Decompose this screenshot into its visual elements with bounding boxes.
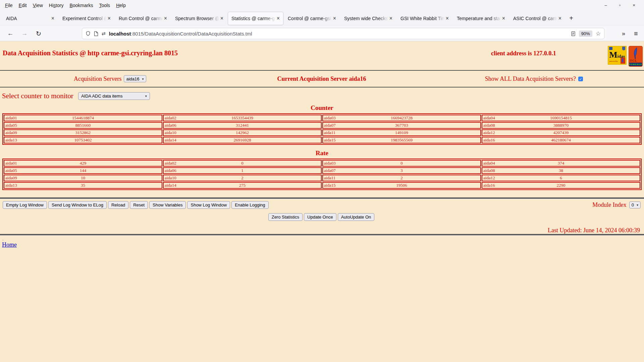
page-content: Data Acquisition Statistics @ http carme… xyxy=(0,41,644,248)
rate-value: 10 xyxy=(81,175,85,180)
home-link[interactable]: Home xyxy=(2,241,17,248)
close-icon[interactable]: × xyxy=(631,3,637,8)
button-autoupdate-on[interactable]: AutoUpdate On xyxy=(338,213,375,221)
counter-heading: Counter xyxy=(0,104,644,112)
counter-cell-aida09: aida093152862 xyxy=(4,129,162,136)
rate-value: 0 xyxy=(400,161,403,166)
rate-cell-aida08: aida0838 xyxy=(482,167,640,174)
menu-item-help[interactable]: Help xyxy=(113,1,129,9)
tab-close-icon[interactable]: × xyxy=(333,16,336,21)
midas-emblem-icon xyxy=(609,47,612,50)
counter-cell-aida10: aida10142962 xyxy=(163,129,322,136)
navigation-toolbar: ← → ↻ ⇄ localhost:8015/DataAcquisitionCo… xyxy=(0,26,644,41)
tab-temperature-and-stat[interactable]: Temperature and stat× xyxy=(453,12,508,25)
show-all-checkbox[interactable]: ✓ xyxy=(578,76,583,81)
menu-item-bookmarks[interactable]: Bookmarks xyxy=(66,1,96,9)
tab-system-wide-checks[interactable]: System wide Checks (× xyxy=(341,12,396,25)
menu-hamburger-icon[interactable]: ≡ xyxy=(634,30,638,38)
menu-item-view[interactable]: View xyxy=(30,1,46,9)
counter-server-name: aida16 xyxy=(483,137,495,143)
tab-run-control-carme[interactable]: Run Control @ carme× xyxy=(115,12,170,25)
button-enable-logging[interactable]: Enable Logging xyxy=(231,201,268,209)
tab-aida[interactable]: AIDA× xyxy=(3,12,58,25)
tab-close-icon[interactable]: × xyxy=(446,16,449,21)
divider xyxy=(0,234,644,236)
tab-control-carme-gsi[interactable]: Control @ carme-gsi× xyxy=(284,12,339,25)
window-controls: – ▫ × xyxy=(603,3,642,8)
tab-close-icon[interactable]: × xyxy=(277,16,280,21)
button-zero-statistics[interactable]: Zero Statistics xyxy=(268,213,303,221)
counter-cell-aida02: aida021653354439 xyxy=(163,115,322,121)
counter-cell-aida04: aida041690154815 xyxy=(482,115,640,121)
back-icon[interactable]: ← xyxy=(7,30,14,37)
tab-close-icon[interactable]: × xyxy=(502,16,505,21)
rate-server-name: aida08 xyxy=(483,168,495,173)
counter-table: aida011544618874aida021653354439aida0316… xyxy=(2,113,642,145)
maximize-icon[interactable]: ▫ xyxy=(617,3,623,8)
overflow-chevron-icon[interactable]: » xyxy=(622,30,625,37)
counter-cell-aida12: aida124207439 xyxy=(482,129,640,136)
tab-close-icon[interactable]: × xyxy=(220,16,223,21)
menu-item-file[interactable]: File xyxy=(2,1,16,9)
midas-logo[interactable]: Midas powered by xyxy=(608,46,627,65)
rate-value: 3 xyxy=(400,168,403,173)
bookmark-star-icon[interactable]: ☆ xyxy=(596,30,601,37)
tcl-logo-text: TCL xyxy=(630,59,637,62)
new-tab-button[interactable]: + xyxy=(566,13,577,24)
shield-icon[interactable] xyxy=(86,31,91,36)
tab-close-icon[interactable]: × xyxy=(558,16,561,21)
tab-spectrum-browser[interactable]: Spectrum Browser @× xyxy=(172,12,227,25)
tab-label: GSI White Rabbit Tim xyxy=(400,16,444,21)
permissions-icon[interactable]: ⇄ xyxy=(102,31,106,36)
tab-close-icon[interactable]: × xyxy=(164,16,167,21)
rate-value: 1 xyxy=(241,168,244,173)
page-header: Data Acquisition Statistics @ http carme… xyxy=(0,41,644,70)
page-title: Data Acquisition Statistics @ http carme… xyxy=(3,49,178,57)
tab-statistics-carme-gs[interactable]: Statistics @ carme-gs× xyxy=(228,12,283,25)
show-all-label: Show ALL Data Acquisition Servers? xyxy=(485,75,576,82)
rate-row: aida0910aida102aida112aida126 xyxy=(4,175,640,181)
counter-server-name: aida10 xyxy=(165,130,176,135)
minimize-icon[interactable]: – xyxy=(603,3,608,8)
rate-value: 275 xyxy=(239,183,246,188)
url-bar[interactable]: ⇄ localhost:8015/DataAcquisitionControl/… xyxy=(82,28,604,39)
button-show-variables[interactable]: Show Variables xyxy=(149,201,186,209)
zoom-level-badge[interactable]: 90% xyxy=(579,31,592,37)
counter-value: 462180674 xyxy=(551,137,571,142)
rate-server-name: aida10 xyxy=(165,175,176,181)
module-index-select[interactable]: 0▾ xyxy=(629,201,641,208)
counter-server-name: aida11 xyxy=(324,130,335,135)
tab-asic-control-carm[interactable]: ASIC Control @ carm× xyxy=(510,12,565,25)
button-reset[interactable]: Reset xyxy=(130,201,148,209)
chevron-down-icon: ▾ xyxy=(637,203,638,207)
menu-item-history[interactable]: History xyxy=(46,1,67,9)
footer-dot: . xyxy=(0,237,644,241)
forward-icon[interactable]: → xyxy=(21,30,28,37)
tcl-powered-logo[interactable]: TCL POWERED xyxy=(629,46,643,67)
menu-items: FileEditViewHistoryBookmarksToolsHelp xyxy=(2,1,129,9)
menu-item-tools[interactable]: Tools xyxy=(96,1,113,9)
tab-close-icon[interactable]: × xyxy=(108,16,111,21)
rate-server-name: aida01 xyxy=(5,161,17,166)
rate-value: 0 xyxy=(241,161,244,166)
button-send-log-window-to-elog[interactable]: Send Log Window to ELog xyxy=(48,201,107,209)
acquisition-server-value: aida16 xyxy=(126,76,139,81)
button-reload[interactable]: Reload xyxy=(108,201,128,209)
counter-value: 1669423728 xyxy=(391,115,413,120)
counter-server-name: aida09 xyxy=(5,130,17,135)
button-show-log-window[interactable]: Show Log Window xyxy=(187,201,230,209)
tab-experiment-control[interactable]: Experiment Control @× xyxy=(59,12,114,25)
reload-icon[interactable]: ↻ xyxy=(35,30,42,38)
reader-mode-icon[interactable] xyxy=(571,31,576,36)
counter-select[interactable]: AIDA ADC data items▾ xyxy=(78,92,150,100)
button-update-once[interactable]: Update Once xyxy=(304,213,336,221)
menu-item-edit[interactable]: Edit xyxy=(16,1,30,9)
tab-close-icon[interactable]: × xyxy=(51,16,54,21)
button-empty-log-window[interactable]: Empty Log Window xyxy=(3,201,47,209)
acquisition-server-select[interactable]: aida16▾ xyxy=(124,75,146,82)
server-row: Acquisition Servers aida16▾ Current Acqu… xyxy=(0,71,644,87)
page-info-icon[interactable] xyxy=(94,31,98,36)
tab-gsi-white-rabbit-tim[interactable]: GSI White Rabbit Tim× xyxy=(397,12,452,25)
tab-close-icon[interactable]: × xyxy=(389,16,392,21)
counter-row: aida011544618874aida021653354439aida0316… xyxy=(4,115,640,121)
